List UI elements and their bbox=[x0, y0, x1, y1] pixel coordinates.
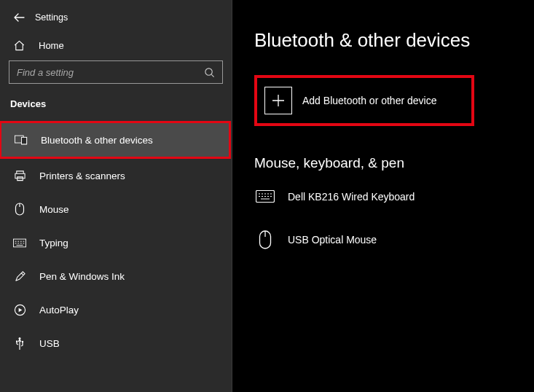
svg-rect-9 bbox=[16, 340, 17, 342]
device-name: USB Optical Mouse bbox=[288, 234, 377, 246]
content-panel: Bluetooth & other devices Add Bluetooth … bbox=[232, 0, 534, 392]
add-device-button[interactable]: Add Bluetooth or other device bbox=[264, 87, 436, 114]
home-label: Home bbox=[39, 40, 64, 51]
search-box[interactable] bbox=[9, 60, 223, 84]
device-row[interactable]: USB Optical Mouse bbox=[254, 223, 534, 270]
sidebar: Settings Home Devices Bluetooth & other … bbox=[0, 0, 232, 392]
section-title: Mouse, keyboard, & pen bbox=[254, 155, 534, 171]
svg-rect-3 bbox=[21, 137, 26, 144]
nav-mouse[interactable]: Mouse bbox=[0, 192, 232, 226]
arrow-left-icon bbox=[13, 12, 25, 23]
usb-icon bbox=[13, 337, 26, 350]
highlight-annotation: Add Bluetooth or other device bbox=[254, 75, 474, 126]
search-container bbox=[0, 60, 232, 94]
device-name: Dell KB216 Wired Keyboard bbox=[288, 191, 415, 203]
svg-point-8 bbox=[19, 337, 21, 340]
nav-label: AutoPlay bbox=[39, 305, 79, 315]
nav-autoplay[interactable]: AutoPlay bbox=[0, 293, 232, 326]
home-icon bbox=[13, 39, 25, 52]
section-header: Devices bbox=[0, 94, 232, 121]
nav-label: Typing bbox=[39, 238, 68, 248]
nav-label: Pen & Windows Ink bbox=[39, 271, 125, 282]
mouse-icon bbox=[256, 230, 275, 249]
keyboard-icon bbox=[256, 190, 275, 203]
nav-typing[interactable]: Typing bbox=[0, 226, 232, 259]
keyboard-icon bbox=[13, 238, 26, 248]
home-link[interactable]: Home bbox=[0, 31, 232, 60]
back-button[interactable] bbox=[13, 12, 25, 23]
window-title: Settings bbox=[35, 12, 68, 23]
nav-label: Bluetooth & other devices bbox=[41, 135, 153, 146]
nav-printers[interactable]: Printers & scanners bbox=[0, 159, 232, 192]
pen-icon bbox=[13, 270, 26, 283]
svg-point-10 bbox=[22, 340, 23, 342]
printer-icon bbox=[13, 170, 26, 181]
search-icon bbox=[204, 67, 215, 78]
devices-icon bbox=[15, 135, 28, 145]
svg-point-0 bbox=[205, 68, 212, 74]
nav-bluetooth[interactable]: Bluetooth & other devices bbox=[1, 123, 229, 157]
highlight-annotation: Bluetooth & other devices bbox=[0, 121, 231, 159]
nav-label: Printers & scanners bbox=[39, 170, 125, 181]
device-row[interactable]: Dell KB216 Wired Keyboard bbox=[254, 183, 534, 223]
search-input[interactable] bbox=[17, 67, 204, 78]
plus-icon bbox=[264, 87, 292, 114]
add-device-label: Add Bluetooth or other device bbox=[302, 95, 436, 106]
autoplay-icon bbox=[13, 304, 26, 316]
nav-usb[interactable]: USB bbox=[0, 326, 232, 360]
sidebar-header: Settings bbox=[0, 0, 232, 31]
nav-label: Mouse bbox=[39, 204, 69, 215]
nav-label: USB bbox=[39, 338, 60, 349]
nav-pen[interactable]: Pen & Windows Ink bbox=[0, 259, 232, 293]
mouse-icon bbox=[13, 203, 26, 216]
page-title: Bluetooth & other devices bbox=[254, 29, 534, 52]
